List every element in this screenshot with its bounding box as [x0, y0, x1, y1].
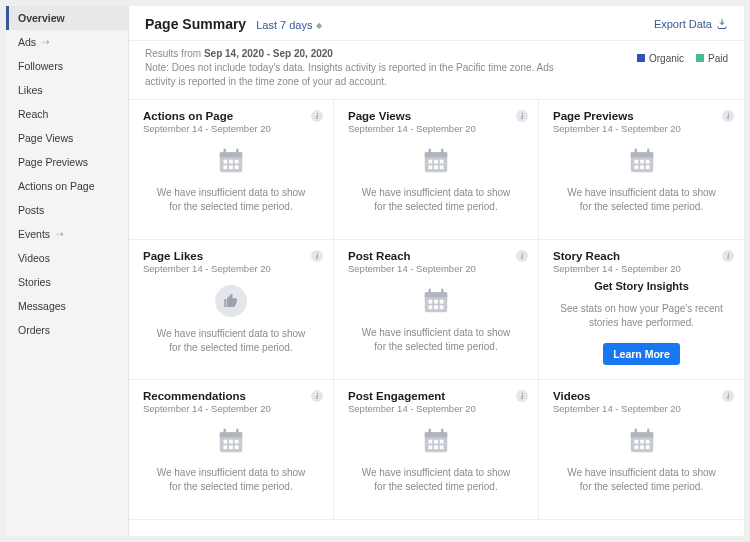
empty-state-message: We have insufficient data to show for th…: [348, 466, 524, 493]
svg-rect-43: [236, 429, 239, 434]
svg-rect-2: [224, 149, 227, 154]
info-icon[interactable]: i: [722, 110, 734, 122]
sidebar-item-label: Messages: [18, 300, 66, 312]
calendar-icon: [421, 286, 451, 316]
svg-rect-38: [434, 305, 438, 309]
card-date-range: September 14 - September 20: [348, 123, 524, 134]
info-icon[interactable]: i: [516, 250, 528, 262]
card-title: Recommendations: [143, 390, 319, 402]
sidebar-item-posts[interactable]: Posts: [6, 198, 128, 222]
svg-rect-46: [235, 440, 239, 444]
svg-rect-36: [440, 300, 444, 304]
legend-organic: Organic: [637, 53, 684, 64]
story-cta-title: Get Story Insights: [594, 280, 689, 292]
card-page-likes[interactable]: i Page Likes September 14 - September 20…: [129, 240, 334, 380]
sidebar-item-orders[interactable]: Orders: [6, 318, 128, 342]
svg-rect-17: [429, 165, 433, 169]
card-videos[interactable]: i Videos September 14 - September 20 We …: [539, 380, 744, 520]
svg-rect-53: [441, 429, 444, 434]
svg-rect-34: [429, 300, 433, 304]
empty-state-message: We have insufficient data to show for th…: [143, 186, 319, 213]
svg-rect-18: [434, 165, 438, 169]
info-icon[interactable]: i: [516, 110, 528, 122]
svg-rect-9: [235, 165, 239, 169]
info-icon[interactable]: i: [311, 250, 323, 262]
svg-rect-41: [220, 432, 243, 437]
date-range-label: Last 7 days: [256, 19, 312, 31]
download-icon: [716, 18, 728, 30]
empty-state-message: We have insufficient data to show for th…: [143, 466, 319, 493]
sidebar-item-page-previews[interactable]: Page Previews: [6, 150, 128, 174]
learn-more-button[interactable]: Learn More: [603, 343, 680, 365]
svg-rect-54: [429, 440, 433, 444]
sidebar-item-overview[interactable]: Overview: [6, 6, 128, 30]
svg-rect-22: [634, 149, 637, 154]
calendar-icon: [627, 146, 657, 176]
svg-rect-52: [429, 429, 432, 434]
info-icon[interactable]: i: [311, 390, 323, 402]
card-story-reach[interactable]: i Story Reach September 14 - September 2…: [539, 240, 744, 380]
subheader: Results from Sep 14, 2020 - Sep 20, 2020…: [129, 40, 744, 99]
svg-rect-14: [429, 160, 433, 164]
swatch-organic-icon: [637, 54, 645, 62]
sidebar-item-ads[interactable]: Ads⇢: [6, 30, 128, 54]
sidebar-item-reach[interactable]: Reach: [6, 102, 128, 126]
info-icon[interactable]: i: [722, 250, 734, 262]
svg-rect-32: [429, 289, 432, 294]
card-recommendations[interactable]: i Recommendations September 14 - Septemb…: [129, 380, 334, 520]
card-page-views[interactable]: i Page Views September 14 - September 20…: [334, 100, 539, 240]
card-date-range: September 14 - September 20: [553, 263, 730, 274]
svg-rect-55: [434, 440, 438, 444]
svg-rect-13: [441, 149, 444, 154]
results-note: Results from Sep 14, 2020 - Sep 20, 2020…: [145, 47, 565, 89]
export-data-button[interactable]: Export Data: [654, 18, 728, 30]
svg-rect-33: [441, 289, 444, 294]
sidebar-item-messages[interactable]: Messages: [6, 294, 128, 318]
info-icon[interactable]: i: [311, 110, 323, 122]
svg-rect-48: [229, 445, 233, 449]
external-icon: ⇢: [56, 229, 64, 239]
card-actions-on-page[interactable]: i Actions on Page September 14 - Septemb…: [129, 100, 334, 240]
svg-rect-42: [224, 429, 227, 434]
sidebar-item-videos[interactable]: Videos: [6, 246, 128, 270]
svg-rect-56: [440, 440, 444, 444]
sidebar-item-label: Page Previews: [18, 156, 88, 168]
card-page-previews[interactable]: i Page Previews September 14 - September…: [539, 100, 744, 240]
sidebar-item-page-views[interactable]: Page Views: [6, 126, 128, 150]
calendar-icon: [216, 426, 246, 456]
sidebar-item-events[interactable]: Events⇢: [6, 222, 128, 246]
svg-rect-39: [440, 305, 444, 309]
card-post-engagement[interactable]: i Post Engagement September 14 - Septemb…: [334, 380, 539, 520]
sidebar-item-stories[interactable]: Stories: [6, 270, 128, 294]
legend-label: Paid: [708, 53, 728, 64]
sidebar-item-likes[interactable]: Likes: [6, 78, 128, 102]
date-range-selector[interactable]: Last 7 days ◆: [256, 19, 322, 31]
card-post-reach[interactable]: i Post Reach September 14 - September 20…: [334, 240, 539, 380]
svg-rect-65: [640, 440, 644, 444]
sidebar-item-label: Overview: [18, 12, 65, 24]
export-label: Export Data: [654, 18, 712, 30]
sidebar-item-followers[interactable]: Followers: [6, 54, 128, 78]
caret-icon: ◆: [316, 21, 322, 30]
svg-rect-57: [429, 445, 433, 449]
legend-label: Organic: [649, 53, 684, 64]
empty-state-message: We have insufficient data to show for th…: [553, 466, 730, 493]
sidebar-item-actions-on-page[interactable]: Actions on Page: [6, 174, 128, 198]
svg-rect-67: [634, 445, 638, 449]
svg-rect-51: [425, 432, 448, 437]
sidebar-item-label: Followers: [18, 60, 63, 72]
sidebar-item-label: Orders: [18, 324, 50, 336]
calendar-icon: [421, 146, 451, 176]
svg-rect-66: [645, 440, 649, 444]
svg-rect-61: [630, 432, 653, 437]
info-icon[interactable]: i: [722, 390, 734, 402]
svg-rect-11: [425, 152, 448, 157]
header: Page Summary Last 7 days ◆ Export Data: [129, 6, 744, 40]
svg-rect-5: [229, 160, 233, 164]
card-title: Page Previews: [553, 110, 730, 122]
sidebar-item-label: Likes: [18, 84, 43, 96]
svg-rect-37: [429, 305, 433, 309]
info-icon[interactable]: i: [516, 390, 528, 402]
svg-rect-6: [235, 160, 239, 164]
card-title: Actions on Page: [143, 110, 319, 122]
